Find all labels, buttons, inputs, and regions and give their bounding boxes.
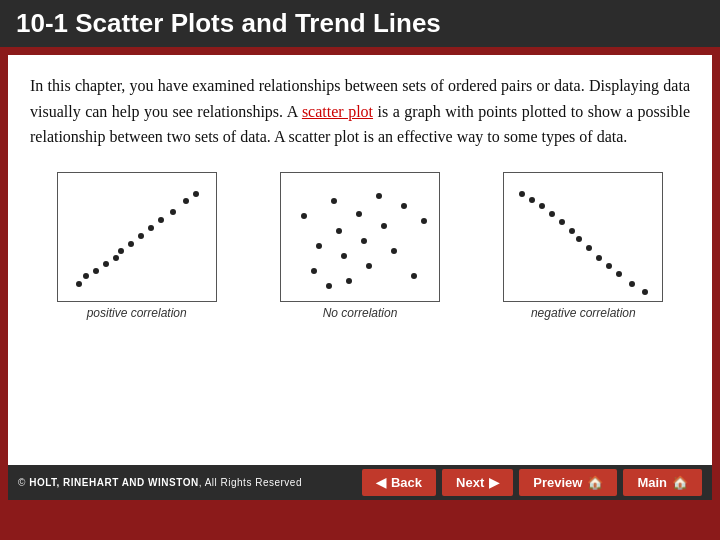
next-button[interactable]: Next ▶ — [442, 469, 513, 496]
no-correlation-label: No correlation — [323, 306, 398, 320]
negative-correlation-frame — [503, 172, 663, 302]
next-label: Next — [456, 475, 484, 490]
back-label: Back — [391, 475, 422, 490]
scatter-plot-link[interactable]: scatter plot — [302, 103, 373, 120]
positive-correlation-frame — [57, 172, 217, 302]
main-label: Main — [637, 475, 667, 490]
main-button[interactable]: Main 🏠 — [623, 469, 702, 496]
page-title: 10-1 Scatter Plots and Trend Lines — [16, 8, 441, 39]
back-arrow-icon: ◀ — [376, 475, 386, 490]
main-content: In this chapter, you have examined relat… — [8, 55, 712, 465]
copyright-text: © HOLT, RINEHART AND WINSTON, All Rights… — [18, 477, 302, 488]
footer: © HOLT, RINEHART AND WINSTON, All Rights… — [8, 465, 712, 500]
negative-correlation-diagram: negative correlation — [503, 172, 663, 320]
nav-buttons: ◀ Back Next ▶ Preview 🏠 Main 🏠 — [362, 469, 702, 496]
preview-button[interactable]: Preview 🏠 — [519, 469, 617, 496]
header: 10-1 Scatter Plots and Trend Lines — [0, 0, 720, 47]
next-arrow-icon: ▶ — [489, 475, 499, 490]
preview-home-icon: 🏠 — [587, 475, 603, 490]
diagrams-row: positive correlation — [30, 172, 690, 320]
negative-correlation-label: negative correlation — [531, 306, 636, 320]
preview-label: Preview — [533, 475, 582, 490]
back-button[interactable]: ◀ Back — [362, 469, 436, 496]
no-correlation-diagram: No correlation — [280, 172, 440, 320]
positive-correlation-diagram: positive correlation — [57, 172, 217, 320]
no-correlation-frame — [280, 172, 440, 302]
body-text: In this chapter, you have examined relat… — [30, 73, 690, 150]
main-home-icon: 🏠 — [672, 475, 688, 490]
positive-correlation-label: positive correlation — [87, 306, 187, 320]
